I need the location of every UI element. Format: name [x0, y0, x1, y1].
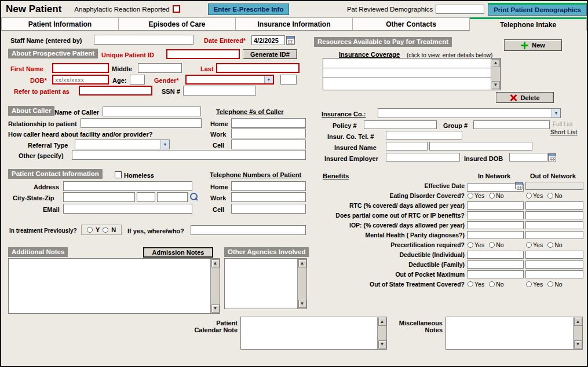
date-entered-input[interactable]: [251, 35, 285, 45]
dob-input[interactable]: [52, 75, 109, 85]
yes-radio[interactable]: [468, 281, 473, 287]
no-radio[interactable]: [547, 281, 553, 287]
benefit-out-network-input[interactable]: [525, 270, 583, 278]
new-coverage-button[interactable]: New: [504, 39, 562, 51]
gender-select[interactable]: ▼: [185, 75, 274, 85]
tab-episodes-of-care[interactable]: Episodes of Care: [119, 17, 236, 31]
benefit-in-network-input[interactable]: [467, 270, 524, 278]
insured-dob-input[interactable]: [509, 153, 547, 162]
calendar-icon[interactable]: [548, 153, 556, 162]
no-radio[interactable]: [489, 281, 495, 287]
generate-id-button[interactable]: Generate ID#: [243, 49, 297, 59]
zip-lookup-search-icon[interactable]: [190, 193, 198, 201]
benefit-in-network-input[interactable]: [467, 211, 524, 219]
tab-insurance-information[interactable]: Insurance Information: [236, 17, 353, 31]
patient-home-phone-input[interactable]: [231, 181, 306, 191]
yes-radio[interactable]: [526, 193, 532, 199]
first-name-input[interactable]: [52, 63, 109, 73]
scroll-up-icon[interactable]: ▲: [298, 259, 306, 267]
pat-reviewed-input[interactable]: [436, 5, 484, 14]
insurance-coverage-listbox[interactable]: ▲▼: [323, 58, 501, 90]
staff-name-input[interactable]: [94, 35, 193, 45]
caller-home-phone-input[interactable]: [231, 118, 306, 128]
relationship-input[interactable]: [81, 118, 202, 128]
admission-notes-button[interactable]: Admission Notes: [143, 247, 213, 258]
state-input[interactable]: [137, 192, 155, 202]
benefit-out-network-input[interactable]: [525, 201, 583, 210]
benefit-in-network-input[interactable]: [467, 260, 524, 269]
referral-type-select[interactable]: ▼: [75, 140, 170, 149]
group-number-input[interactable]: [473, 120, 550, 129]
insurance-coverage-row[interactable]: [323, 68, 491, 78]
yes-radio[interactable]: [468, 242, 473, 248]
scrollbar[interactable]: ▲▼: [491, 58, 500, 90]
tab-patient-information[interactable]: Patient Information: [1, 17, 119, 31]
caller-cell-phone-input[interactable]: [231, 140, 306, 149]
no-radio[interactable]: [547, 193, 553, 199]
insurance-co-select[interactable]: ▼: [378, 108, 561, 118]
miscellaneous-notes-textarea[interactable]: ▲▼: [445, 317, 583, 350]
zip-input[interactable]: [157, 192, 188, 202]
delete-coverage-button[interactable]: Delete: [496, 92, 554, 103]
treatment-no-radio[interactable]: [103, 227, 108, 233]
additional-notes-text[interactable]: [9, 259, 210, 313]
scroll-down-icon[interactable]: ▼: [298, 300, 306, 308]
insured-employer-input[interactable]: [386, 153, 460, 162]
full-list-link[interactable]: Full List: [553, 121, 572, 127]
calendar-icon[interactable]: [286, 36, 295, 45]
age-input[interactable]: [130, 75, 145, 85]
benefit-out-network-input[interactable]: [525, 211, 583, 219]
patient-calendar-note-text[interactable]: [241, 317, 377, 349]
benefit-in-network-input[interactable]: [467, 221, 524, 229]
other-agencies-textarea[interactable]: ▲▼: [224, 258, 307, 309]
scrollbar[interactable]: ▲▼: [573, 317, 582, 349]
insured-first-name-input[interactable]: [386, 142, 428, 151]
insurance-coverage-row[interactable]: [323, 58, 491, 68]
benefit-out-network-input[interactable]: [525, 182, 583, 190]
benefit-out-network-input[interactable]: [525, 251, 583, 259]
email-input[interactable]: [63, 204, 192, 214]
tab-other-contacts[interactable]: Other Contacts: [353, 17, 470, 31]
benefit-out-network-input[interactable]: [525, 231, 583, 239]
patient-cell-phone-input[interactable]: [231, 204, 306, 214]
scroll-up-icon[interactable]: ▲: [492, 59, 500, 67]
unlabeled-small-input[interactable]: [280, 75, 297, 85]
scroll-down-icon[interactable]: ▼: [211, 304, 220, 313]
calendar-icon[interactable]: [515, 182, 523, 189]
name-of-caller-input[interactable]: [103, 107, 201, 116]
no-radio[interactable]: [547, 242, 553, 248]
scroll-up-icon[interactable]: ▲: [378, 318, 386, 326]
scrollbar[interactable]: ▲▼: [210, 259, 220, 313]
yes-radio[interactable]: [468, 193, 473, 199]
insured-last-name-input[interactable]: [429, 142, 532, 151]
where-who-input[interactable]: [191, 225, 306, 235]
benefit-in-network-input[interactable]: [467, 201, 524, 210]
tab-telephone-intake[interactable]: Telephone Intake: [470, 17, 587, 31]
benefit-out-network-input[interactable]: [525, 260, 583, 269]
ssn-input[interactable]: [183, 86, 256, 96]
refer-to-patient-input[interactable]: [79, 86, 152, 96]
other-specify-input[interactable]: [72, 150, 306, 160]
scroll-down-icon[interactable]: ▼: [492, 81, 500, 89]
no-radio[interactable]: [489, 242, 495, 248]
scrollbar[interactable]: ▲▼: [297, 259, 306, 309]
address-input[interactable]: [63, 181, 192, 191]
scroll-down-icon[interactable]: ▼: [378, 340, 386, 348]
short-list-link[interactable]: Short List: [550, 129, 578, 135]
patient-calendar-note-textarea[interactable]: ▲▼: [240, 317, 387, 350]
patient-work-phone-input[interactable]: [231, 192, 306, 202]
yes-radio[interactable]: [526, 242, 532, 248]
benefit-in-network-input[interactable]: [467, 251, 524, 259]
unique-patient-id-input[interactable]: [166, 49, 240, 59]
middle-name-input[interactable]: [138, 63, 182, 73]
anaphylactic-checkbox[interactable]: [173, 5, 180, 13]
city-input[interactable]: [63, 192, 135, 202]
caller-work-phone-input[interactable]: [231, 129, 306, 138]
scrollbar[interactable]: ▲▼: [377, 317, 386, 349]
homeless-checkbox[interactable]: [115, 171, 122, 178]
treatment-yes-radio[interactable]: [87, 227, 93, 233]
benefit-in-network-input[interactable]: [467, 231, 524, 239]
eprescribe-button[interactable]: Enter E-Prescribe Info: [208, 3, 290, 15]
miscellaneous-notes-text[interactable]: [446, 317, 573, 349]
insurance-coverage-row[interactable]: [323, 78, 491, 88]
